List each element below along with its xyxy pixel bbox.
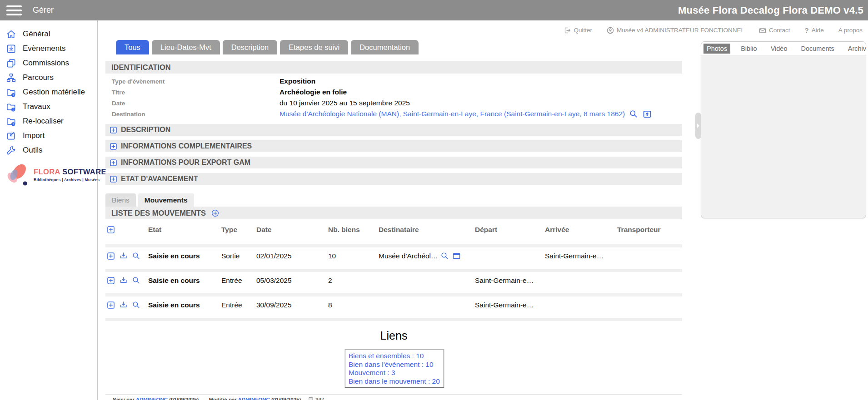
contact-button[interactable]: Contact [759, 27, 790, 34]
subtab-mouvements[interactable]: Mouvements [138, 193, 194, 207]
column-header-arrivee: Arrivée [545, 226, 617, 234]
save-icon[interactable] [119, 276, 128, 285]
biens-mouvements-tabs: Biens Mouvements [105, 193, 682, 207]
app-title: Musée Flora Decalog Flora DEMO v4.5 [678, 5, 863, 16]
liens-link-bien-dans-evenement[interactable]: Bien dans l'évènement : 10 [349, 360, 440, 369]
section-etat-avancement[interactable]: ETAT D'AVANCEMENT [105, 173, 682, 185]
add-movement-icon[interactable] [211, 209, 219, 217]
add-row-icon[interactable] [106, 225, 115, 234]
section-informations-complementaires[interactable]: INFORMATIONS COMPLEMENTAIRES [105, 140, 682, 152]
cell-date: 05/03/2025 [256, 277, 328, 285]
subtab-biens[interactable]: Biens [105, 193, 136, 207]
media-tab-archives[interactable]: Archives [845, 44, 866, 54]
cell-arrivee: Saint-Germain-e… [545, 252, 617, 260]
logo-flora-text: FLORA [34, 168, 60, 176]
field-row: Destination Musée d'Archéologie National… [105, 109, 682, 119]
cell-depart: Saint-Germain-e… [475, 301, 545, 309]
expand-row-icon[interactable] [106, 276, 115, 285]
panel-splitter-handle[interactable] [695, 113, 701, 139]
hamburger-menu-icon[interactable] [6, 3, 22, 18]
expand-plus-icon[interactable] [110, 176, 117, 183]
modifie-par: Modifié par ADMINFONC (01/09/2025) [209, 397, 301, 400]
row-separator [105, 318, 682, 321]
logo-tagline: Bibliothèques | Archives | Musées [34, 178, 106, 182]
sidebar-item-label: Travaux [23, 102, 50, 111]
sidebar-item-parcours[interactable]: Parcours [0, 70, 97, 85]
menu-label[interactable]: Gérer [33, 5, 54, 15]
sidebar-item-label: Gestion matérielle [23, 88, 85, 97]
top-bar: Gérer Musée Flora Decalog Flora DEMO v4.… [0, 0, 868, 20]
cell-etat: Saisie en cours [148, 301, 221, 309]
sidebar-item-outils[interactable]: Outils [0, 143, 97, 158]
cell-depart: Saint-Germain-e… [475, 277, 545, 285]
sidebar-item-gestion-materielle[interactable]: Gestion matérielle [0, 85, 97, 99]
field-row: Type d'évènement Exposition [105, 76, 682, 87]
modifie-par-user-link[interactable]: ADMINFONC [238, 397, 270, 400]
open-window-icon[interactable] [643, 109, 652, 119]
tab-documentation[interactable]: Documentation [351, 40, 419, 54]
liens-link-mouvement[interactable]: Mouvement : 3 [349, 369, 440, 377]
media-tab-documents[interactable]: Documents [798, 44, 837, 54]
expand-plus-icon[interactable] [110, 143, 117, 150]
cell-nb-biens: 8 [328, 301, 379, 309]
column-header-etat: Etat [148, 226, 221, 234]
sidebar-item-import[interactable]: Import [0, 128, 97, 143]
sidebar-item-commissions[interactable]: Commissions [0, 56, 97, 70]
expand-plus-icon[interactable] [110, 159, 117, 166]
sidebar-item-general[interactable]: Général [0, 27, 97, 41]
cell-type: Entrée [221, 301, 256, 309]
expand-plus-icon[interactable] [110, 127, 117, 133]
import-icon [6, 131, 16, 141]
media-tab-photos[interactable]: Photos [703, 44, 730, 54]
tab-description[interactable]: Description [223, 40, 278, 54]
sidebar-item-label: Général [23, 30, 50, 39]
saisi-par: Saisi par ADMINFONC (01/09/2025) [113, 397, 199, 400]
media-tab-video[interactable]: Vidéo [768, 44, 791, 54]
a-propos-button[interactable]: A propos [838, 27, 863, 34]
sidebar-item-label: Re-localiser [23, 117, 64, 126]
section-description[interactable]: DESCRIPTION [105, 124, 682, 136]
a-propos-label: A propos [838, 27, 863, 34]
quitter-button[interactable]: Quitter [564, 27, 592, 34]
search-icon[interactable] [132, 276, 141, 285]
sidebar-item-evenements[interactable]: Evènements [0, 41, 97, 56]
search-icon[interactable] [132, 252, 141, 261]
mail-icon [759, 27, 766, 34]
saisi-par-user-link[interactable]: ADMINFONC [136, 397, 168, 400]
destination-link[interactable]: Musée d'Archéologie Nationale (MAN), Sai… [279, 110, 625, 118]
utility-bar: Quitter Musée v4 ADMINISTRATEUR FONCTION… [564, 26, 863, 34]
tab-lieu-dates-mvt[interactable]: Lieu-Dates-Mvt [152, 40, 220, 54]
cell-type: Sortie [221, 252, 256, 260]
media-tab-biblio[interactable]: Biblio [738, 44, 760, 54]
cell-etat: Saisie en cours [148, 252, 221, 260]
tab-tous[interactable]: Tous [116, 40, 149, 54]
identification-fields: Type d'évènement Exposition Titre Archéo… [105, 76, 682, 119]
cell-etat: Saisie en cours [148, 277, 221, 285]
liens-link-biens-et-ensembles[interactable]: Biens et ensembles : 10 [349, 352, 440, 360]
section-informations-pour-export-gam[interactable]: INFORMATIONS POUR EXPORT GAM [105, 157, 682, 168]
section-title: INFORMATIONS COMPLEMENTAIRES [121, 142, 252, 150]
identification-header: IDENTIFICATION [105, 61, 682, 74]
record-count: 347 [308, 397, 324, 400]
sidebar-item-label: Import [23, 131, 45, 140]
expand-row-icon[interactable] [106, 301, 115, 310]
search-icon[interactable] [440, 252, 449, 261]
destinataire-text: Musée d'Archéol… [379, 252, 438, 260]
search-icon[interactable] [132, 301, 141, 310]
user-icon [607, 27, 614, 34]
media-panel: Photos Biblio Vidéo Documents Archives [701, 41, 866, 218]
current-user[interactable]: Musée v4 ADMINISTRATEUR FONCTIONNEL [607, 27, 744, 34]
sidebar-item-re-localiser[interactable]: Re-localiser [0, 114, 97, 128]
window-icon[interactable] [452, 252, 461, 261]
sidebar-item-travaux[interactable]: Travaux [0, 99, 97, 114]
cell-date: 30/09/2025 [256, 301, 328, 309]
tab-etapes-de-suivi[interactable]: Etapes de suivi [280, 40, 348, 54]
save-icon[interactable] [119, 252, 128, 261]
liens-link-bien-dans-mouvement[interactable]: Bien dans le mouvement : 20 [349, 377, 440, 386]
expand-row-icon[interactable] [106, 252, 115, 261]
saisi-par-date: (01/09/2025) [169, 397, 199, 400]
search-icon[interactable] [629, 109, 639, 119]
sidebar-item-label: Outils [23, 146, 42, 155]
save-icon[interactable] [119, 301, 128, 310]
aide-button[interactable]: ? Aide [805, 26, 824, 34]
